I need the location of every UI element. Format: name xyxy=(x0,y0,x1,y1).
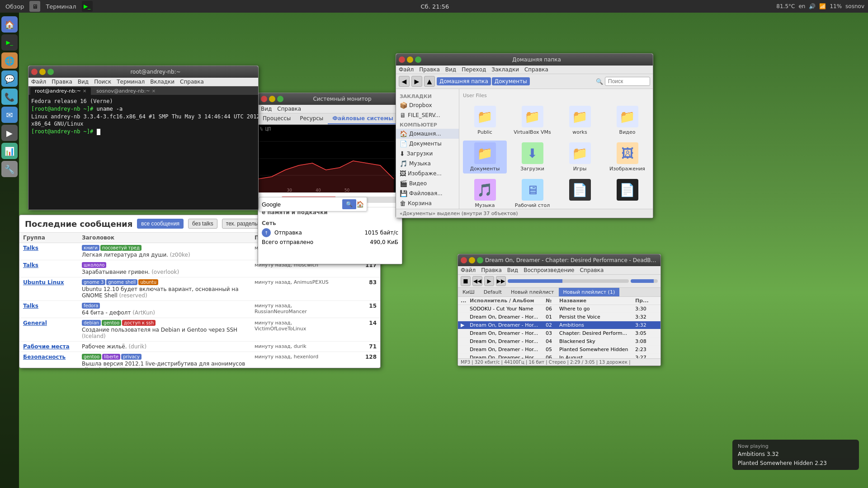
row-title[interactable]: Легкая литература для души. (z00ke) xyxy=(82,252,190,258)
row-title[interactable]: Ubuntu 12.10 будет включать вариант, осн… xyxy=(82,286,239,299)
fm-item-downloads[interactable]: ⬇ Загрузки xyxy=(510,141,554,174)
sidebar-item-video[interactable]: 🎬 Видео xyxy=(396,178,459,188)
fm-menu-help[interactable]: Справка xyxy=(524,66,548,73)
sidebar-item-trash[interactable]: 🗑 Корзина xyxy=(396,198,459,208)
player-tab-default[interactable]: Default xyxy=(479,288,506,296)
menu-file[interactable]: Файл xyxy=(31,79,46,85)
terminal-close[interactable] xyxy=(31,69,38,75)
row-title[interactable]: Вышла версия 2012.1 live-дистрибутива дл… xyxy=(82,361,245,368)
sidebar-item-downloads[interactable]: ⬇ Загрузки xyxy=(396,149,459,159)
sysmon-max[interactable] xyxy=(277,96,283,102)
fm-menu-file[interactable]: Файл xyxy=(399,66,414,73)
sidebar-item-dropbox[interactable]: 📦 Dropbox xyxy=(396,100,459,110)
dock-icon-tools[interactable]: 🔧 xyxy=(1,161,18,177)
terminal-tab-close-2[interactable]: ✕ xyxy=(152,89,156,94)
fm-item-public[interactable]: 📁 Public xyxy=(463,104,507,137)
player-min[interactable] xyxy=(469,257,475,263)
player-track-4[interactable]: Dream On, Dreamer - Hor... 03 Chapter: D… xyxy=(458,329,660,338)
player-track-3-active[interactable]: ▶ Dream On, Dreamer - Hor... 02 Ambition… xyxy=(458,321,660,329)
fm-item-games[interactable]: 📁 Игры xyxy=(558,141,602,174)
fm-item-dark1[interactable]: 📄 xyxy=(558,177,602,209)
network-icon[interactable]: 📶 xyxy=(819,3,826,9)
fm-forward-button[interactable]: ▶ xyxy=(411,76,422,87)
fm-menu-go[interactable]: Переход xyxy=(462,66,486,73)
sound-icon[interactable]: 🔊 xyxy=(809,3,816,9)
filter-no-talks[interactable]: без talks xyxy=(188,219,217,229)
fm-item-desktop[interactable]: 🖥 Рабочий стол xyxy=(510,177,554,209)
dock-icon-email[interactable]: ✉ xyxy=(1,107,18,123)
row-group[interactable]: Talks xyxy=(23,245,82,251)
sidebar-item-documents[interactable]: 📄 Документы xyxy=(396,139,459,149)
menu-help[interactable]: Справка xyxy=(180,79,204,85)
row-group[interactable]: Ubuntu Linux xyxy=(23,279,82,286)
terminal-max[interactable] xyxy=(47,69,54,75)
menu-edit[interactable]: Правка xyxy=(52,79,72,85)
player-track-6[interactable]: Dream On, Dreamer - Hor... 05 Planted So… xyxy=(458,346,660,354)
fm-search-input[interactable] xyxy=(605,77,650,86)
dock-icon-home[interactable]: 🏠 xyxy=(1,16,18,33)
menu-view[interactable]: Вид xyxy=(78,79,89,85)
sidebar-item-music[interactable]: 🎵 Музыка xyxy=(396,159,459,169)
player-close[interactable] xyxy=(461,257,467,263)
terminal-content[interactable]: Fedora release 16 (Verne) [root@andrey-n… xyxy=(28,95,258,210)
player-tab-playlist1[interactable]: Новый плейлист xyxy=(506,288,559,296)
player-track-1[interactable]: SODOKU - Cut Your Name 06 Where to go 3:… xyxy=(458,305,660,313)
fm-path-home[interactable]: Домашняя папка xyxy=(437,77,491,85)
fm-menu-edit[interactable]: Правка xyxy=(419,66,440,73)
row-group[interactable]: General xyxy=(23,320,82,326)
sysmon-menu-view[interactable]: Вид xyxy=(261,106,272,112)
player-volume-bar[interactable] xyxy=(631,279,658,283)
filemanager-min[interactable] xyxy=(407,56,413,63)
overview-button[interactable]: Обзор xyxy=(2,2,28,11)
player-menu-file[interactable]: Файл xyxy=(461,267,476,273)
filter-all[interactable]: все сообщения xyxy=(137,219,184,229)
fm-up-button[interactable]: ▲ xyxy=(424,76,435,87)
dock-icon-monitor[interactable]: ▶_ xyxy=(1,34,18,51)
sidebar-item-fileserv[interactable]: 🖥 FILE_SERV... xyxy=(396,110,459,120)
terminal-tab-root[interactable]: root@andrey-nb:~✕ xyxy=(30,87,91,95)
row-title[interactable]: 64 бита - дефолт (ArtKun) xyxy=(82,310,155,316)
player-track-5[interactable]: Dream On, Dreamer - Hor... 04 Blackened … xyxy=(458,338,660,346)
sidebar-item-filesystem[interactable]: 💾 Файловая... xyxy=(396,188,459,198)
player-menu-view[interactable]: Вид xyxy=(507,267,518,273)
sysmon-tab-filesystems[interactable]: Файловые системы xyxy=(328,113,398,124)
google-search-input[interactable] xyxy=(262,201,342,208)
menu-tabs[interactable]: Вкладки xyxy=(150,79,175,85)
sysmon-tab-processes[interactable]: Процессы xyxy=(258,113,295,124)
player-tab-playlist2[interactable]: Новый плейлист (1) xyxy=(559,288,620,296)
player-track-7[interactable]: Dream On, Dreamer - Hor... 06 In August … xyxy=(458,354,660,358)
google-search-button[interactable]: 🔍 xyxy=(342,199,356,209)
fm-item-music[interactable]: 🎵 Музыка xyxy=(463,177,507,209)
player-next-button[interactable]: ▶▶ xyxy=(496,276,506,286)
player-tab-kish[interactable]: КиШ xyxy=(458,288,479,296)
sysmon-menu-help[interactable]: Справка xyxy=(277,106,301,112)
player-max[interactable] xyxy=(477,257,483,263)
fm-item-documents[interactable]: 📁 Документы xyxy=(463,141,507,174)
terminal-min[interactable] xyxy=(39,69,46,75)
row-title[interactable]: Создание пользователя на Debian и Gentoo… xyxy=(82,327,237,339)
sysmon-close[interactable] xyxy=(261,96,267,102)
player-stop-button[interactable]: ■ xyxy=(461,276,471,286)
row-group[interactable]: Безопасность xyxy=(23,354,82,360)
row-group[interactable]: Talks xyxy=(23,262,82,268)
google-home-button[interactable]: 🏠 xyxy=(356,201,364,208)
player-play-button[interactable]: ▶ xyxy=(484,276,494,286)
player-menu-edit[interactable]: Правка xyxy=(481,267,502,273)
dock-icon-chat[interactable]: 💬 xyxy=(1,70,18,87)
terminal-button[interactable]: Терминал xyxy=(42,2,80,11)
terminal-tab-sosnov[interactable]: sosnov@andrey-nb:~✕ xyxy=(92,87,160,95)
row-group[interactable]: Рабочие места xyxy=(23,343,82,350)
sidebar-item-images[interactable]: 🖼 Изображе... xyxy=(396,169,459,178)
player-menu-help[interactable]: Справка xyxy=(580,267,604,273)
dock-icon-graph[interactable]: 📊 xyxy=(1,143,18,159)
fm-path-docs[interactable]: Документы xyxy=(492,77,530,85)
player-track-2[interactable]: Dream On, Dreamer - Hor... 01 Persist th… xyxy=(458,313,660,321)
fm-item-images[interactable]: 🖼 Изображения xyxy=(605,141,649,174)
fm-menu-view[interactable]: Вид xyxy=(445,66,456,73)
row-title[interactable]: Зарабатывание гривен. (overlook) xyxy=(82,269,179,275)
player-menu-playback[interactable]: Воспроизведение xyxy=(524,267,574,273)
sidebar-item-home[interactable]: 🏠 Домашня... xyxy=(396,129,459,139)
terminal-tab-close-1[interactable]: ✕ xyxy=(83,89,86,94)
menu-terminal[interactable]: Терминал xyxy=(117,79,145,85)
dock-icon-browser[interactable]: 🌐 xyxy=(1,52,18,69)
